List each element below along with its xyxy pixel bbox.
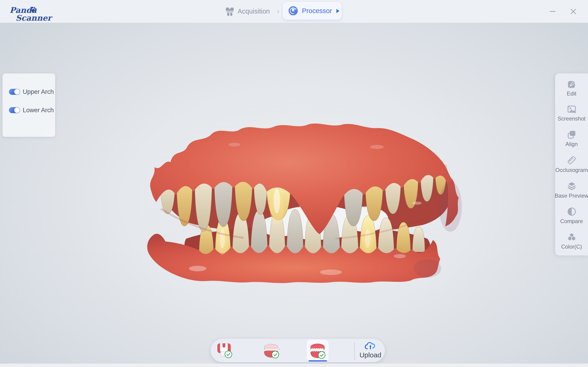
tooth-icon (226, 7, 234, 16)
toggle-knob (14, 108, 20, 113)
tool-compare[interactable]: Compare (555, 207, 588, 225)
check-badge (225, 351, 232, 358)
upload-button[interactable]: Upload (356, 339, 385, 362)
title-bar: Panda Scanner Acquisition (0, 0, 588, 23)
tool-label: Screenshot (558, 116, 586, 122)
paw-icon (30, 6, 38, 13)
right-tool-panel: Edit Screenshot Align (555, 74, 588, 255)
tool-label: Align (565, 141, 578, 147)
tool-base-preview[interactable]: Base Preview (555, 182, 588, 199)
nav-acquisition[interactable]: Acquisition (226, 0, 270, 23)
app-logo: Panda Scanner (4, 1, 57, 22)
align-icon (567, 130, 576, 139)
lower-arch-toggle-row: Lower Arch (9, 106, 54, 114)
main-area: Upper Arch Lower Arch Edit (0, 23, 588, 367)
dental-scan-model (129, 110, 483, 285)
minimize-icon (549, 8, 556, 15)
upper-arch-toggle[interactable] (9, 89, 20, 95)
nav-processor[interactable]: Processor (283, 2, 342, 20)
thumbnail-upper-arch[interactable] (257, 339, 285, 362)
toggle-knob (14, 89, 20, 95)
tooth-circle-icon (289, 6, 298, 15)
occlusogram-icon (567, 155, 577, 165)
tool-label: Occlusogram (555, 167, 588, 173)
tool-label: Compare (560, 218, 583, 225)
tool-edit[interactable]: Edit (555, 79, 588, 97)
thumbnail-die-scan[interactable] (211, 339, 238, 362)
tool-occlusogram[interactable]: Occlusogram (555, 155, 588, 173)
minimize-button[interactable] (547, 0, 558, 23)
arch-visibility-panel: Upper Arch Lower Arch (2, 74, 55, 137)
screenshot-icon (567, 105, 577, 114)
close-icon (569, 8, 577, 15)
edit-icon (567, 79, 576, 89)
cloud-upload-icon (365, 342, 376, 351)
color-icon (567, 233, 577, 242)
upload-label: Upload (359, 351, 381, 359)
tool-label: Color(C) (561, 243, 582, 250)
close-button[interactable] (568, 0, 579, 23)
both-arches-scan-icon (308, 341, 327, 360)
tool-label: Base Preview (555, 192, 588, 199)
upper-arch-scan-icon (262, 341, 280, 360)
base-preview-icon (567, 182, 577, 191)
upper-arch-toggle-row: Upper Arch (9, 88, 54, 96)
bar-divider (354, 342, 355, 360)
compare-icon (567, 207, 576, 216)
lower-arch-label: Lower Arch (23, 107, 54, 114)
check-badge (318, 352, 325, 359)
scan-results-bar: Upload (211, 339, 385, 362)
tool-align[interactable]: Align (555, 130, 588, 147)
logo-text-line2: Scanner (16, 13, 52, 23)
nav-separator: › (277, 8, 279, 15)
tool-label: Edit (567, 91, 576, 97)
tool-screenshot[interactable]: Screenshot (555, 105, 588, 122)
nav-processor-label: Processor (302, 7, 332, 15)
app-window: Panda Scanner Acquisition (0, 0, 588, 367)
check-badge (272, 351, 279, 358)
tool-color[interactable]: Color(C) (555, 233, 588, 250)
lower-arch-toggle[interactable] (9, 107, 20, 113)
bottom-strip (0, 364, 588, 367)
upper-arch-label: Upper Arch (23, 88, 54, 95)
nav-acquisition-label: Acquisition (238, 8, 270, 15)
thumbnail-both-arches[interactable] (304, 339, 331, 362)
model-viewport-3d[interactable] (0, 23, 588, 367)
nav-expand-arrow-icon[interactable] (336, 9, 339, 13)
die-scan-icon (216, 342, 233, 359)
